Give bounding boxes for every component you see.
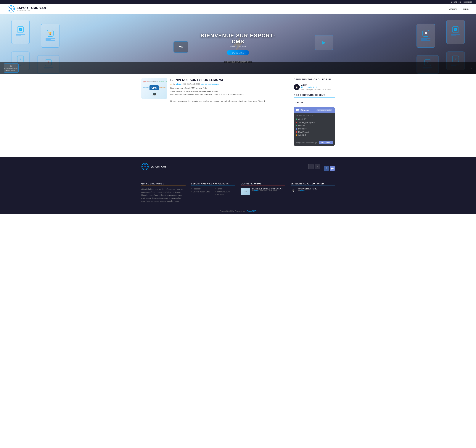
forum-avatar: 🐧 [294, 84, 300, 90]
game-servers-section: NOS SERVEURS DE JEUX [294, 94, 335, 98]
footer-article: CMS BIENVENUE SUR ESPORT-CMS V3 By admin… [241, 188, 285, 195]
main-nav: Accueil Forum [449, 8, 469, 10]
hero-details-button[interactable]: + DE DETAILS › [227, 50, 249, 55]
footer-carousel-controls: ‹ › [308, 164, 320, 169]
footer-nav-discord-link[interactable]: Discord eSport-CMS [191, 191, 211, 193]
logo-area: ESPORT-CMS V3.0 the next cms level [7, 5, 46, 13]
content-right: DERNIERS TOPICS DU FORUM 🐧 ADMIN Mon pre… [294, 78, 335, 149]
discord-member-item: Gneli_27 [296, 118, 333, 120]
hero-subtitle: the next cms level [201, 45, 276, 48]
article-author-link[interactable]: admin [176, 83, 181, 85]
footer-article-author[interactable]: admin [254, 190, 259, 192]
footer-carousel-prev[interactable]: ‹ [308, 164, 313, 169]
footer-col-nav-title: ESPORT-CMS V3.0 NAVIGATIONS [191, 183, 235, 186]
forum-topic-desc: Voici votre premier topic sur le forum [301, 88, 331, 90]
discord-join-button[interactable]: Join Discord [319, 141, 333, 144]
footer-nav-col-2: Forum communautaire Youtube [215, 188, 235, 197]
discord-members-badge: 6 Members Online [317, 109, 332, 111]
forum-topic-item: 🐧 ADMIN Mon premier topic Voici votre pr… [294, 84, 335, 90]
footer-copyright-link[interactable]: eSport-CMS [246, 210, 256, 212]
footer-col-who-title: QUI SOMME NOUS ? [141, 183, 186, 186]
discord-logo: Discord [296, 109, 309, 111]
footer-forum-author[interactable]: admin [300, 190, 305, 192]
brand-tagline: the next cms level [17, 10, 46, 11]
article-date: 18-03-2024 à 21:39:00 [181, 83, 200, 85]
discord-header: Discord 6 Members Online [294, 107, 335, 113]
forum-topics-title: DERNIERS TOPICS DU FORUM [294, 78, 335, 82]
footer-article-meta: By admin | 18/03/2024 à 21:39:00 [252, 190, 283, 192]
footer-carousel-next[interactable]: › [315, 164, 320, 169]
nav-accueil[interactable]: Accueil [449, 8, 457, 10]
footer-nav-forum-link[interactable]: Forum [215, 188, 235, 190]
footer-nav-list-1: Facebook Discord eSport-CMS [191, 188, 211, 193]
footer-discord-icon[interactable] [330, 166, 335, 171]
cms-box: CMS [149, 85, 159, 90]
footer-nav-list-2: Forum communautaire Youtube [215, 188, 235, 196]
discord-member-item: WhyNoT [296, 134, 333, 136]
brand-name: ESPORT-CMS V3.0 [17, 6, 46, 10]
forum-topic-link[interactable]: Mon premier topic [301, 86, 331, 88]
footer-nav-youtube: Youtube [215, 194, 235, 196]
hero-content: BIENVENUE SUR ESPORT-CMS the next cms le… [201, 33, 276, 55]
footer-col-forum-title: DERNIERS SUJET DU FORUM [291, 183, 335, 186]
footer-nav-communautaire: communautaire [215, 191, 235, 193]
topbar: Connexion Inscription [0, 0, 476, 4]
footer-nav-cols: Facebook Discord eSport-CMS Forum commun… [191, 188, 235, 197]
hero-title: BIENVENUE SUR ESPORT-CMS [201, 33, 276, 44]
footer-nav-youtube-link[interactable]: Youtube [215, 194, 235, 196]
game-servers-title: NOS SERVEURS DE JEUX [294, 94, 335, 98]
footer-nav-communautaire-link[interactable]: communautaire [215, 191, 235, 193]
footer-article-date: 18/03/2024 à 21:39:00 [260, 190, 277, 192]
footer-facebook-icon[interactable]: f [324, 166, 329, 171]
discord-footer: Hangout with people who get it Join Disc… [294, 139, 335, 146]
article-meta: ⚠ By admin 18-03-2024 à 21:39:00 Voir le… [170, 83, 265, 85]
nav-forum[interactable]: Forum [461, 8, 469, 10]
footer-nav-facebook-link[interactable]: Facebook [191, 188, 211, 190]
forum-topic-info: ADMIN Mon premier topic Voici votre prem… [301, 84, 331, 90]
footer-col-who-text: eSport-CMS est une solution clés en main… [141, 188, 186, 203]
site-footer: ESPORT CMS ‹ › f QUI SOMME NOUS ? eSport… [0, 157, 476, 214]
footer-forum-topic: 🐧 MON PREMIER TOPIC By admin [291, 188, 335, 193]
footer-article-info: BIENVENUE SUR ESPORT-CMS V3 By admin | 1… [252, 188, 283, 192]
footer-brand-name: ESPORT CMS [151, 165, 167, 168]
footer-col-forum: DERNIERS SUJET DU FORUM 🐧 MON PREMIER TO… [291, 183, 335, 203]
content-left: SYSTEM v10 MANAGEMENT OPTIMIZATION WEBSI… [141, 78, 290, 149]
warn-icon: ⚠ [170, 83, 172, 85]
discord-member-item: James_Patagheul [296, 121, 333, 123]
footer-nav-col-1: Facebook Discord eSport-CMS [191, 188, 211, 197]
hero-section: 🖼 🏆 ⚙ 📍 🖼 💬 ⚙ ▶ [0, 14, 476, 74]
svg-point-2 [11, 8, 12, 10]
article-comments-link[interactable]: Voir les commentaires [201, 83, 219, 85]
diagram-content: CONTENT [159, 87, 166, 88]
footer-top: ESPORT CMS ‹ › f [134, 157, 342, 179]
footer-copyright: Copyright © 2024 Propulsé par eSport-CMS [7, 210, 469, 212]
diagram-website: WEBSITE [143, 87, 149, 88]
carousel-item-1[interactable]: 🖼 BIENVENUE SUR ESPORT-CMS [4, 63, 19, 73]
footer-nav-forum: Forum [215, 188, 235, 190]
discord-body: MEMBERS ONLINE Gneli_27James_PatagheulNo… [294, 113, 335, 139]
main-content: SYSTEM v10 MANAGEMENT OPTIMIZATION WEBSI… [134, 74, 342, 154]
discord-member-item: RaidProtect [296, 131, 333, 133]
logo-icon [7, 5, 15, 13]
article-body: BIENVENUE SUR ESPORT-CMS V3 ⚠ By admin 1… [170, 78, 265, 103]
carousel-next-arrow[interactable]: › [471, 66, 472, 69]
connexion-link[interactable]: Connexion [451, 1, 461, 3]
discord-section: DISCORD Discord 6 Members Online MEMBERS… [294, 101, 335, 146]
article-text: Bienvenue sur eSport-CMS version 3.0a ! … [170, 87, 265, 103]
footer-forum-avatar: 🐧 [291, 188, 296, 193]
footer-header-row: ESPORT CMS ‹ › f [141, 163, 335, 174]
footer-article-title: BIENVENUE SUR ESPORT-CMS V3 [252, 188, 283, 190]
discord-members-title: MEMBERS ONLINE [296, 115, 333, 117]
footer-social: f [324, 166, 335, 171]
discord-widget: Discord 6 Members Online MEMBERS ONLINE … [294, 107, 335, 146]
footer-columns: QUI SOMME NOUS ? eSport-CMS est une solu… [134, 179, 342, 208]
footer-forum-info: MON PREMIER TOPIC By admin [298, 188, 317, 192]
article-card: SYSTEM v10 MANAGEMENT OPTIMIZATION WEBSI… [141, 78, 290, 103]
discord-members-list: Gneli_27James_PatagheulNoémieProBot ✦Rai… [296, 118, 333, 136]
discord-member-item: Noémie [296, 124, 333, 127]
footer-col-who: QUI SOMME NOUS ? eSport-CMS est une solu… [141, 183, 186, 203]
footer-nav-discord: Discord eSport-CMS [191, 191, 211, 193]
diagram-optimization: OPTIMIZATION [158, 81, 167, 83]
inscription-link[interactable]: Inscription [463, 1, 472, 3]
footer-col-actu-title: DERNIÈRE ACTUS [241, 183, 285, 186]
